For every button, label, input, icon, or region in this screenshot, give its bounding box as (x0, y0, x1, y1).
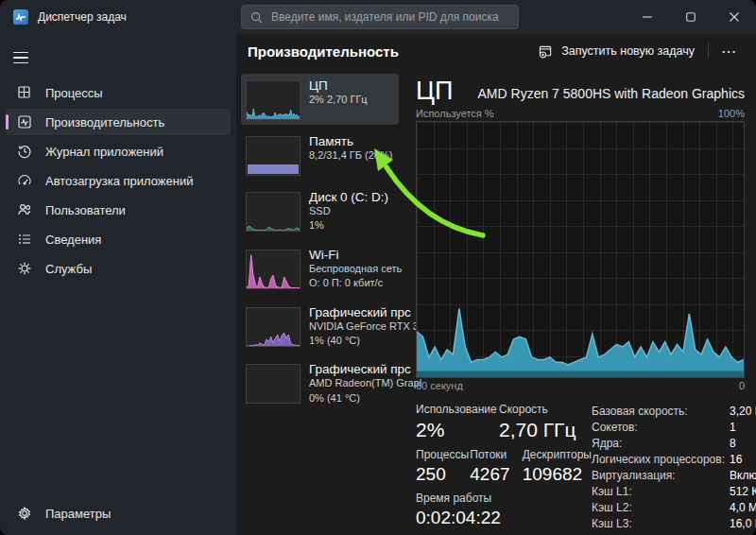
spec-label: Кэш L1: (592, 485, 724, 498)
wifi-mini-chart (246, 250, 301, 289)
sidebar-item-label: Производительность (45, 115, 164, 129)
perf-item-title: Графический прс (309, 305, 395, 319)
spec-label: Кэш L2: (592, 501, 724, 514)
processes-icon (17, 85, 32, 100)
search-icon (250, 11, 263, 24)
details-icon (17, 232, 32, 247)
sidebar-item-performance[interactable]: Производительность (6, 109, 231, 135)
gpu-amd-mini-chart (246, 364, 301, 404)
sidebar-item-label: Службы (45, 262, 92, 276)
perf-item-subtitle: NVIDIA GeForce RTX 30 (309, 319, 395, 334)
perf-item-title: ЦП (309, 78, 368, 93)
spec-value: 16 (730, 453, 756, 466)
window-controls (626, 0, 756, 34)
minimize-button[interactable] (626, 0, 669, 34)
stat-label: Время работы (416, 492, 501, 505)
stat-value-processes: 250 (416, 464, 470, 485)
maximize-button[interactable] (669, 0, 713, 34)
gear-icon (17, 506, 32, 521)
stat-value-handles: 109682 (523, 464, 592, 485)
cpu-stats: Использование 2% Скорость 2,70 ГГц Проце… (416, 403, 745, 535)
sidebar-item-settings[interactable]: Параметры (6, 499, 231, 527)
sidebar-item-services[interactable]: Службы (6, 255, 231, 282)
cpu-detail-panel: ЦП AMD Ryzen 7 5800HS with Radeon Graphi… (401, 70, 756, 535)
perf-item-subtitle2: 0% (41 °C) (309, 391, 395, 406)
perf-item-wifi[interactable]: Wi-Fi Беспроводная сеть О: 0 П: 0 кбит/с (241, 243, 399, 296)
perf-item-gpu-amd[interactable]: Графический прс AMD Radeon(TM) Grapl 0% … (241, 357, 399, 410)
disk-mini-chart (246, 192, 301, 232)
users-icon (17, 202, 32, 217)
sidebar-item-startup-apps[interactable]: Автозагрузка приложений (6, 167, 231, 194)
sidebar-nav: Процессы Производительность Журнал прило… (0, 79, 236, 282)
sidebar-item-label: Автозагрузка приложений (45, 174, 193, 188)
app-icon (13, 9, 28, 25)
spec-value: 512 КБ (730, 485, 756, 498)
spec-value: Включено (730, 469, 756, 482)
gpu-nvidia-mini-chart (246, 307, 301, 347)
stat-label: Дескрипторы (523, 448, 592, 461)
perf-item-cpu[interactable]: ЦП 2% 2,70 ГГц (241, 74, 399, 125)
cpu-panel-title: ЦП (416, 78, 453, 106)
spec-value: 4,0 МБ (730, 501, 756, 514)
app-history-icon (17, 144, 32, 159)
perf-item-title: Память (309, 134, 392, 148)
spec-value: 1 (730, 421, 756, 434)
search-box[interactable] (241, 5, 519, 29)
close-button[interactable] (713, 0, 756, 34)
stat-label: Использование (416, 403, 499, 416)
spec-label: Ядра: (592, 437, 724, 450)
spec-label: Кэш L3: (592, 517, 724, 530)
task-manager-window: Диспетчер задач П (0, 0, 756, 535)
spec-value: 8 (730, 437, 756, 450)
perf-item-gpu-nvidia[interactable]: Графический прс NVIDIA GeForce RTX 30 1%… (241, 301, 399, 354)
perf-item-disk[interactable]: Диск 0 (C: D:) SSD 1% (241, 185, 399, 238)
hamburger-menu-icon[interactable] (8, 44, 40, 71)
memory-mini-chart (246, 136, 301, 176)
cpu-name: AMD Ryzen 7 5800HS with Radeon Graphics (478, 86, 745, 106)
spec-label: Сокетов: (592, 421, 724, 434)
sidebar-item-app-history[interactable]: Журнал приложений (6, 138, 231, 164)
stat-label: Потоки (470, 448, 522, 461)
spec-value: 3,20 ГГц (730, 405, 756, 418)
perf-item-subtitle: 2% 2,70 ГГц (309, 93, 368, 107)
perf-item-memory[interactable]: Память 8,2/31,4 ГБ (26%) (241, 129, 399, 181)
startup-apps-icon (17, 173, 32, 188)
performance-icon (17, 114, 32, 129)
perf-item-subtitle: 8,2/31,4 ГБ (26%) (309, 148, 392, 163)
content-area: Производительность Запустить новую задач… (236, 34, 756, 535)
spec-label: Виртуализация: (592, 469, 724, 482)
spec-value: 16,0 МБ (730, 517, 756, 530)
y-axis-label: Используется % (416, 108, 494, 119)
sidebar-item-label: Сведения (45, 233, 101, 247)
titlebar: Диспетчер задач (0, 0, 756, 34)
header-divider (708, 43, 709, 59)
stat-label: Скорость (499, 403, 576, 416)
perf-item-title: Графический прс (309, 362, 395, 376)
cpu-usage-chart (416, 121, 745, 378)
cpu-mini-chart (246, 80, 301, 120)
sidebar-item-processes[interactable]: Процессы (6, 79, 231, 106)
content-header: Производительность Запустить новую задач… (236, 34, 756, 68)
perf-item-subtitle2: О: 0 П: 0 кбит/с (309, 276, 395, 290)
spec-label: Базовая скорость: (592, 405, 724, 418)
stat-value-speed: 2,70 ГГц (499, 419, 576, 441)
sidebar-item-details[interactable]: Сведения (6, 226, 231, 252)
perf-item-title: Диск 0 (C: D:) (309, 190, 388, 204)
sidebar-item-label: Пользователи (45, 203, 126, 217)
run-new-task-button[interactable]: Запустить новую задачу (529, 40, 704, 63)
search-input[interactable] (271, 10, 509, 24)
sidebar-item-users[interactable]: Пользователи (6, 197, 231, 223)
sidebar-item-label: Процессы (45, 86, 103, 100)
perf-item-subtitle: SSD (309, 204, 388, 218)
perf-item-subtitle: AMD Radeon(TM) Grapl (309, 376, 395, 390)
spec-label: Логических процессоров: (592, 453, 724, 466)
page-title: Производительность (248, 43, 399, 60)
new-task-icon (539, 44, 553, 59)
sidebar-item-label: Журнал приложений (45, 145, 163, 159)
performance-list: ЦП 2% 2,70 ГГц Память 8,2/31,4 ГБ (26%) (236, 70, 401, 535)
stat-value-threads: 4267 (470, 464, 522, 485)
stat-value-usage: 2% (416, 419, 499, 441)
perf-item-subtitle2: 1% (309, 218, 388, 233)
stat-value-uptime: 0:02:04:22 (416, 508, 501, 528)
more-options-button[interactable]: ··· (713, 42, 747, 61)
